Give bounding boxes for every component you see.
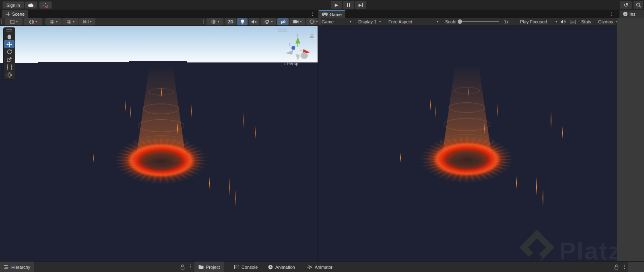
scene-effects-dropdown[interactable]: ▾	[261, 18, 276, 25]
camera-icon	[293, 20, 299, 24]
scene-camera-dropdown[interactable]: ▾	[290, 18, 305, 25]
toolbar-separator	[516, 19, 516, 25]
play-button[interactable]: ▶	[331, 1, 342, 9]
scale-tool[interactable]	[4, 56, 14, 63]
gizmos-dropdown[interactable]: Gizmos ▾	[596, 18, 617, 26]
search-icon	[636, 2, 641, 8]
orientation-gizmo[interactable]: y z	[281, 32, 313, 62]
grid-snap-dropdown[interactable]: ▾	[62, 18, 78, 25]
lightbulb-icon	[240, 19, 245, 25]
tab-animator[interactable]: Animator	[303, 262, 336, 272]
chevron-down-icon: ▾	[16, 20, 18, 23]
panel-tab-row: Scene ⋮ Game ⋮	[0, 10, 644, 18]
rotate-tool[interactable]	[4, 48, 14, 56]
eye-slash-icon	[280, 20, 286, 24]
animator-icon	[307, 265, 312, 269]
chevron-down-icon: ▾	[555, 20, 557, 23]
tab-game[interactable]: Game	[318, 10, 345, 18]
stats-toggle[interactable]: Stats	[579, 18, 594, 26]
bottom-separator	[193, 262, 193, 272]
tool-settings-dropdown[interactable]: ▾	[5, 18, 23, 25]
transform-tool[interactable]	[4, 71, 14, 79]
fx-spark	[497, 104, 498, 117]
toggle-2d-button[interactable]: 2D	[225, 18, 236, 25]
rotate-icon	[7, 49, 12, 54]
fx-spark	[235, 189, 236, 206]
palette-drag-handle[interactable]	[6, 29, 12, 31]
scale-slider-knob[interactable]	[458, 19, 462, 24]
chevron-down-icon: ▾	[437, 20, 438, 23]
projection-mode-label[interactable]: ‹ Persp	[284, 61, 298, 66]
snap-increment-dropdown[interactable]: ▾	[79, 18, 95, 25]
component-tools-dropdown[interactable]: ▾	[306, 18, 321, 25]
inspector-panel-menu[interactable]: ⋮	[622, 264, 627, 270]
handle-rotation-dropdown[interactable]: ▾	[24, 18, 42, 25]
scene-grid-icon	[6, 12, 10, 16]
fx-ring-riser	[142, 104, 180, 114]
scene-panel-menu[interactable]: ⋮	[310, 11, 315, 17]
scale-slider[interactable]	[459, 21, 499, 22]
monitor-grid-icon	[570, 20, 576, 24]
audio-muted-icon	[251, 19, 257, 24]
scene-audio-toggle[interactable]	[249, 18, 259, 25]
game-viewport[interactable]: Platzi	[318, 26, 617, 261]
chevron-down-icon: ▾	[300, 20, 301, 23]
inspector-bottom-corner	[628, 262, 644, 272]
collab-button[interactable]	[39, 1, 52, 9]
fx-spark	[209, 176, 210, 189]
global-search-button[interactable]	[634, 1, 643, 9]
cloud-button[interactable]	[25, 1, 37, 9]
gizmo-cube	[295, 46, 301, 52]
sign-in-button[interactable]: Sign in	[2, 1, 24, 9]
display-dropdown[interactable]: Display 1 ▾	[356, 18, 384, 26]
undo-history-button[interactable]: ↺	[620, 1, 632, 9]
pause-button[interactable]	[343, 1, 354, 9]
rect-tool[interactable]	[4, 63, 14, 71]
scene-viewport[interactable]: y z ‹ Persp	[0, 26, 318, 261]
toolbar-grip[interactable]	[1, 19, 3, 24]
toolbar-grip[interactable]	[203, 19, 205, 24]
project-lock-toggle[interactable]	[180, 264, 185, 270]
overlay-drag-handle[interactable]	[278, 29, 287, 31]
axis-z-cone	[291, 46, 295, 50]
tab-scene-label: Scene	[12, 12, 25, 17]
unlock-icon	[180, 264, 185, 270]
tab-project[interactable]: Project	[194, 262, 224, 272]
step-button[interactable]: ▶	[355, 1, 366, 9]
tab-game-label: Game	[330, 12, 342, 17]
scale-value: 1x	[502, 18, 511, 26]
mute-audio-toggle[interactable]	[560, 18, 569, 26]
pivot-icon	[10, 19, 15, 25]
aspect-ratio-dropdown[interactable]: Free Aspect ▾	[386, 18, 441, 26]
play-focused-dropdown[interactable]: Play Focused ▾	[518, 18, 559, 26]
hand-icon	[7, 34, 12, 39]
vsync-toggle[interactable]	[570, 18, 579, 26]
collab-error-icon	[43, 2, 48, 8]
grid-visibility-dropdown[interactable]: ▾	[45, 18, 62, 25]
fx-spark	[516, 176, 517, 189]
scale-icon	[7, 57, 12, 62]
game-view-mode-value: Game	[322, 19, 334, 24]
aspect-ratio-value: Free Aspect	[388, 19, 412, 24]
scene-visibility-toggle[interactable]	[277, 18, 289, 25]
tab-console[interactable]: Console	[230, 262, 262, 272]
fx-spark	[551, 112, 551, 128]
watermark-text: Platzi	[559, 237, 617, 261]
game-view-mode-dropdown[interactable]: Game ▾	[319, 18, 354, 26]
speaker-icon	[560, 19, 566, 24]
tab-inspector[interactable]: i Ins	[619, 10, 644, 18]
fx-spark	[255, 126, 256, 139]
inspector-lock-toggle[interactable]	[614, 264, 619, 270]
inspector-panel-collapsed[interactable]	[617, 18, 644, 272]
fx-spark	[191, 104, 192, 118]
view-hand-tool[interactable]	[4, 33, 14, 40]
shading-mode-dropdown[interactable]: ▾	[206, 18, 223, 25]
scene-lighting-toggle[interactable]	[237, 18, 248, 25]
tab-hierarchy[interactable]: Hierarchy	[0, 262, 34, 272]
tab-scene[interactable]: Scene	[2, 10, 28, 18]
sign-in-label: Sign in	[6, 3, 20, 8]
game-panel-menu[interactable]: ⋮	[609, 11, 614, 17]
move-tool[interactable]	[4, 40, 14, 48]
panel-toolbars: ▾ ▾ ▾ ▾	[0, 18, 644, 26]
tab-animation[interactable]: Animation	[264, 262, 299, 272]
